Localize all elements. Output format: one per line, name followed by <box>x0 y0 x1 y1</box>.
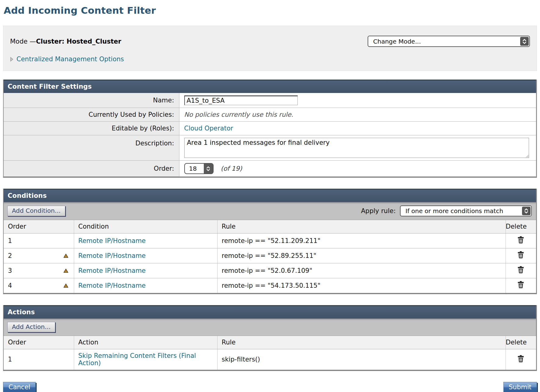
condition-link[interactable]: Remote IP/Hostname <box>78 282 146 289</box>
name-label: Name: <box>4 93 179 108</box>
policies-value: No policies currently use this rule. <box>184 111 293 118</box>
conditions-header: Conditions <box>4 189 536 202</box>
select-arrows-icon <box>204 164 213 173</box>
condition-order: 3 <box>8 267 12 274</box>
policies-row: Currently Used by Policies: No policies … <box>4 108 536 122</box>
actions-header: Actions <box>4 305 536 319</box>
apply-rule-select[interactable]: If one or more conditions match <box>400 205 532 216</box>
actions-col-rule: Rule <box>217 336 506 349</box>
conditions-table-header: Order Condition Rule Delete <box>4 220 536 233</box>
disclosure-triangle-icon <box>10 57 13 62</box>
trash-icon[interactable] <box>517 251 524 258</box>
actions-panel: Actions Add Action... Order Action Rule … <box>3 305 537 371</box>
name-row: Name: <box>4 93 536 108</box>
condition-row: 1 Remote IP/Hostname remote-ip == "52.11… <box>4 233 536 248</box>
condition-rule: remote-ip == "52.0.67.109" <box>222 267 312 274</box>
editable-row: Editable by (Roles): Cloud Operator <box>4 122 536 135</box>
trash-icon[interactable] <box>517 236 524 244</box>
move-up-icon[interactable] <box>63 254 68 258</box>
actions-table-header: Order Action Rule Delete <box>4 336 536 349</box>
condition-order: 2 <box>8 252 12 259</box>
submit-button[interactable]: Submit <box>503 382 537 392</box>
conditions-col-rule: Rule <box>217 220 506 233</box>
policies-label: Currently Used by Policies: <box>4 108 179 122</box>
page-title: Add Incoming Content Filter <box>4 5 537 16</box>
actions-col-order: Order <box>4 336 74 349</box>
add-condition-button[interactable]: Add Condition... <box>7 206 65 216</box>
mode-panel: Mode —Cluster: Hosted_Cluster Change Mod… <box>3 26 537 71</box>
condition-rule: remote-ip == "52.11.209.211" <box>222 237 321 244</box>
select-arrows-icon <box>520 37 529 46</box>
apply-rule-select-value: If one or more conditions match <box>401 207 503 215</box>
order-select-value: 18 <box>185 165 197 172</box>
condition-row: 4 Remote IP/Hostname remote-ip == "54.17… <box>4 278 536 293</box>
trash-icon[interactable] <box>517 266 524 273</box>
actions-col-action: Action <box>74 336 217 349</box>
condition-row: 2 Remote IP/Hostname remote-ip == "52.89… <box>4 248 536 263</box>
content-filter-settings-header: Content Filter Settings <box>4 80 536 93</box>
select-arrows-icon <box>522 207 531 215</box>
condition-row: 3 Remote IP/Hostname remote-ip == "52.0.… <box>4 263 536 278</box>
cancel-button[interactable]: Cancel <box>3 382 36 392</box>
order-row: Order: 18 (of 19) <box>4 161 536 177</box>
trash-icon[interactable] <box>517 281 524 288</box>
trash-icon[interactable] <box>517 355 524 362</box>
name-input[interactable] <box>184 95 298 105</box>
move-up-icon[interactable] <box>63 269 68 273</box>
editable-by-roles-label: Editable by (Roles): <box>4 122 179 135</box>
condition-link[interactable]: Remote IP/Hostname <box>78 237 146 244</box>
condition-rule: remote-ip == "52.89.255.11" <box>222 252 316 259</box>
conditions-panel: Conditions Add Condition... Apply rule: … <box>3 189 537 294</box>
action-rule: skip-filters() <box>222 356 260 363</box>
description-textarea[interactable]: Area 1 inspected messages for final deli… <box>184 138 529 158</box>
conditions-col-delete: Delete <box>506 220 536 233</box>
condition-rule: remote-ip == "54.173.50.115" <box>222 282 321 289</box>
conditions-col-order: Order <box>4 220 74 233</box>
mode-label: Mode <box>10 38 27 45</box>
conditions-col-condition: Condition <box>74 220 217 233</box>
content-filter-settings-panel: Content Filter Settings Name: Currently … <box>3 80 537 178</box>
action-order: 1 <box>8 356 12 363</box>
cloud-operator-link[interactable]: Cloud Operator <box>184 125 233 132</box>
condition-link[interactable]: Remote IP/Hostname <box>78 267 146 274</box>
action-row: 1 Skip Remaining Content Filters (Final … <box>4 349 536 370</box>
mode-dash: — <box>30 38 36 45</box>
change-mode-select[interactable]: Change Mode... <box>368 36 530 47</box>
move-up-icon[interactable] <box>63 283 68 288</box>
actions-col-delete: Delete <box>506 336 536 349</box>
description-row: Description: Area 1 inspected messages f… <box>4 135 536 161</box>
condition-link[interactable]: Remote IP/Hostname <box>78 252 146 259</box>
apply-rule-label: Apply rule: <box>361 207 396 215</box>
mode-text: Mode —Cluster: Hosted_Cluster <box>10 38 121 45</box>
add-action-button[interactable]: Add Action... <box>7 322 55 332</box>
condition-order: 1 <box>8 237 12 244</box>
description-label: Description: <box>4 135 179 161</box>
order-label: Order: <box>4 161 179 177</box>
change-mode-select-value: Change Mode... <box>368 38 421 45</box>
condition-order: 4 <box>8 282 12 289</box>
mode-value: Cluster: Hosted_Cluster <box>36 38 121 45</box>
order-select[interactable]: 18 <box>184 163 214 174</box>
action-link[interactable]: Skip Remaining Content Filters (Final Ac… <box>78 352 196 367</box>
centralized-management-options-link[interactable]: Centralized Management Options <box>16 55 124 63</box>
order-total: (of 19) <box>221 165 242 172</box>
